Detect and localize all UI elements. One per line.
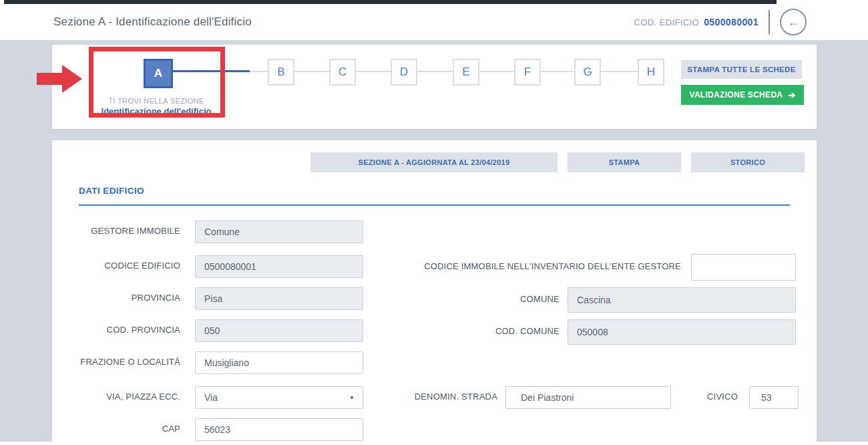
cap-input[interactable] (196, 419, 363, 440)
codice-edificio-field (195, 255, 363, 278)
tab-print[interactable]: STAMPA (568, 152, 681, 172)
stepper-connector-active (169, 70, 250, 72)
codice-edificio-input (196, 256, 363, 277)
step-g[interactable]: G (574, 59, 601, 86)
back-button[interactable]: ← (780, 9, 807, 35)
print-all-sheets-button[interactable]: STAMPA TUTTE LE SCHEDE (681, 60, 802, 79)
step-a[interactable]: A (144, 59, 173, 88)
frazione-input[interactable] (196, 352, 363, 374)
provincia-input (196, 288, 363, 309)
denominazione-field (505, 386, 671, 409)
field-label-cod-provincia: COD. PROVINCIA (52, 319, 180, 341)
field-label-via-tipo: VIA, PIAZZA ECC. (52, 386, 180, 408)
cod-provincia-field (195, 319, 363, 342)
comune-input (568, 288, 795, 312)
section-tab-text: SEZIONE A - AGGIORNATA AL (359, 158, 469, 166)
arrow-right-icon: ➔ (788, 90, 795, 100)
form-card: SEZIONE A - AGGIORNATA AL 23/04/2019 STA… (52, 140, 817, 445)
stepper-caption: TI TROVI NELLA SEZIONE (76, 97, 236, 105)
header-right-group: COD. EDIFICIO 0500080001 ← (634, 4, 807, 40)
gestore-immobile-field (195, 220, 363, 243)
history-tab-label: STORICO (730, 158, 765, 166)
step-d[interactable]: D (391, 59, 417, 86)
field-label-denominazione: DENOMIN. STRADA (386, 386, 497, 408)
header: Sezione A - Identificazione dell'Edifici… (0, 4, 868, 40)
field-label-cap: CAP (52, 418, 180, 440)
street-type-field: Via ▼ (195, 386, 363, 409)
building-code-label: COD. EDIFICIO (634, 17, 699, 27)
frazione-field (195, 351, 363, 374)
field-label-frazione: FRAZIONE O LOCALITÀ (52, 351, 180, 373)
tab-history[interactable]: STORICO (691, 152, 805, 172)
section-tab-date: 23/04/2019 (471, 158, 509, 166)
field-label-provincia: PROVINCIA (52, 287, 180, 309)
field-label-gestore: GESTORE IMMOBILE (52, 220, 180, 242)
page-title: Sezione A - Identificazione dell'Edifici… (53, 4, 252, 40)
comune-field (568, 287, 796, 313)
stepper-card: A B C D E F G H TI TROVI NELLA SEZIONE I… (52, 45, 817, 129)
print-tab-label: STAMPA (609, 158, 640, 166)
street-type-select[interactable]: Via (196, 387, 363, 408)
cod-comune-input (568, 320, 795, 344)
civico-field (749, 386, 799, 409)
field-label-codice-edificio: CODICE EDIFICIO (52, 255, 180, 277)
tab-section-updated[interactable]: SEZIONE A - AGGIORNATA AL 23/04/2019 (310, 152, 558, 172)
cap-field (195, 418, 363, 441)
cod-comune-field (568, 319, 796, 345)
civico-input[interactable] (750, 387, 798, 408)
validate-sheet-button[interactable]: VALIDAZIONE SCHEDA ➔ (681, 85, 804, 105)
step-b[interactable]: B (268, 59, 294, 86)
building-code-value: 0500080001 (704, 17, 758, 27)
step-c[interactable]: C (329, 59, 356, 86)
validate-label: VALIDAZIONE SCHEDA (689, 90, 783, 100)
field-label-cod-comune: COD. COMUNE (453, 319, 560, 343)
field-label-codice-immobile: CODICE IMMOBILE NELL'INVENTARIO DELL'ENT… (393, 254, 681, 279)
denominazione-input[interactable] (506, 387, 670, 408)
field-label-civico: CIVICO (686, 386, 738, 408)
form-section-title: DATI EDIFICIO (79, 186, 144, 196)
stepper-current-section: Identificazione dell'edificio (76, 106, 236, 116)
step-h[interactable]: H (638, 59, 664, 86)
print-all-label: STAMPA TUTTE LE SCHEDE (687, 65, 795, 73)
step-e[interactable]: E (453, 59, 479, 86)
codice-immobile-input[interactable] (692, 255, 795, 280)
field-label-comune: COMUNE (453, 287, 560, 311)
codice-immobile-field (691, 254, 796, 281)
cod-provincia-input (196, 320, 363, 341)
form-section-divider (79, 204, 790, 206)
gestore-immobile-input (196, 221, 363, 243)
step-f[interactable]: F (514, 59, 541, 86)
header-divider (769, 10, 770, 34)
back-arrow-icon: ← (787, 16, 799, 28)
provincia-field (195, 287, 363, 310)
